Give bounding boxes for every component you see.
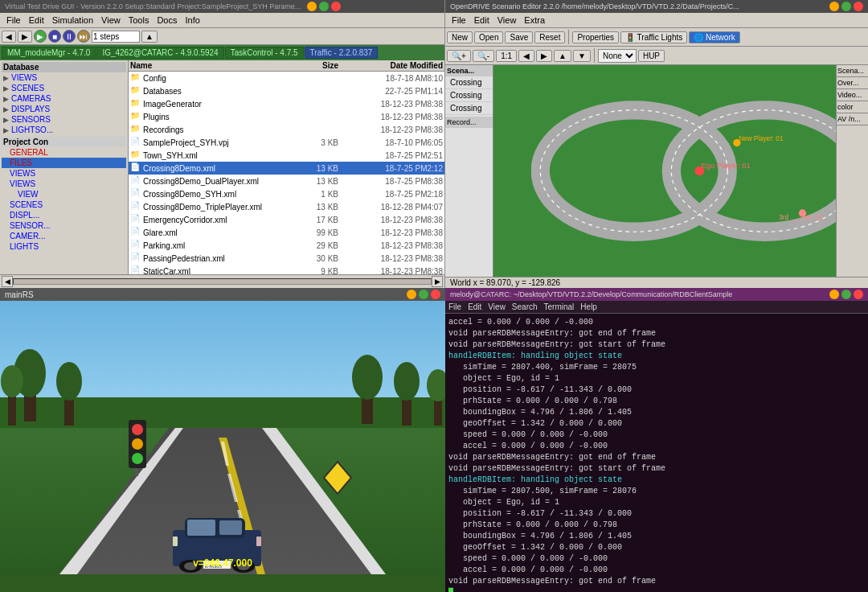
tree-displ[interactable]: DISPL...: [2, 210, 126, 220]
od-save-btn[interactable]: Save: [505, 31, 533, 43]
file-row[interactable]: 📁Plugins18-12-23 PM8:38: [129, 110, 444, 123]
file-row[interactable]: 📁Databases22-7-25 PM1:14: [129, 84, 444, 97]
pan-left-btn[interactable]: ◀: [518, 50, 534, 62]
tree-lights[interactable]: LIGHTS: [2, 241, 126, 252]
od-panel-item-1[interactable]: Scena...: [837, 65, 868, 77]
file-row[interactable]: 📄Glare.xml99 KB18-12-23 PM8:38: [129, 226, 444, 239]
tree-lightso[interactable]: ▶LIGHTSO...: [2, 125, 126, 135]
tree-cameras[interactable]: ▶CAMERAS: [2, 93, 126, 104]
vtd-play-btn[interactable]: ▶: [34, 30, 47, 43]
file-row[interactable]: 📄Crossing8Demo_DualPlayer.xml13 KB18-7-2…: [129, 175, 444, 187]
file-row[interactable]: 📄StaticCar.xml9 KB18-12-23 PM8:38: [129, 265, 444, 274]
od-close[interactable]: [854, 2, 863, 11]
od-menu-edit[interactable]: Edit: [471, 14, 493, 26]
vtd-menu-docs[interactable]: Docs: [154, 14, 180, 26]
vtd-menu-view[interactable]: View: [98, 14, 124, 26]
vtd-minimize[interactable]: [307, 2, 317, 11]
tree-views3[interactable]: VIEWS: [2, 179, 126, 189]
zoom-out-btn[interactable]: 🔍-: [473, 50, 494, 62]
od-toolbar: New Open Save Reset Properties 🚦 Traffic…: [445, 28, 868, 47]
vtd-maximize[interactable]: [319, 2, 329, 11]
file-row[interactable]: 📄Crossing8Demo_TriplePlayer.xml13 KB18-1…: [129, 200, 444, 213]
tree-camer[interactable]: CAMER...: [2, 231, 126, 241]
pan-right-btn[interactable]: ▶: [536, 50, 552, 62]
vtd-steps-up[interactable]: ▲: [141, 31, 158, 43]
tree-files[interactable]: FILES: [2, 158, 126, 168]
file-row[interactable]: 📁Config18-7-18 AM8:10: [129, 72, 444, 84]
od-trafficlights-btn[interactable]: 🚦 Traffic Lights: [620, 31, 687, 43]
file-row[interactable]: 📁Recordings18-12-23 PM8:38: [129, 123, 444, 136]
tree-sensor[interactable]: SENSOR...: [2, 220, 126, 231]
pan-down-btn[interactable]: ▼: [573, 50, 591, 62]
od-open-btn[interactable]: Open: [474, 31, 503, 43]
term-menu-help[interactable]: Help: [580, 302, 597, 311]
sim-maximize[interactable]: [419, 290, 428, 299]
vtd-menu-tools[interactable]: Tools: [125, 14, 153, 26]
file-row[interactable]: 📁ImageGenerator18-12-23 PM8:38: [129, 97, 444, 110]
scenario-item-2[interactable]: Crossing: [445, 89, 493, 102]
zoom-1-1-btn[interactable]: 1:1: [496, 50, 517, 62]
scroll-right[interactable]: ▶: [432, 276, 443, 287]
file-row[interactable]: 📄EmergencyCorridor.xml17 KB18-12-23 PM8:…: [129, 213, 444, 226]
vtd-menu-simulation[interactable]: Simulation: [49, 14, 96, 26]
od-maximize[interactable]: [841, 2, 851, 11]
file-row[interactable]: 📄SampleProject_SYH.vpj3 KB18-7-10 PM6:05: [129, 136, 444, 149]
scenario-item-1[interactable]: Crossing: [445, 76, 493, 89]
od-minimize[interactable]: [829, 2, 839, 11]
od-reset-btn[interactable]: Reset: [534, 31, 565, 43]
vtd-step-btn[interactable]: ⏭: [77, 30, 90, 43]
scenario-item-3[interactable]: Crossing: [445, 102, 493, 115]
term-menu-edit[interactable]: Edit: [468, 302, 481, 311]
term-menu-terminal[interactable]: Terminal: [544, 302, 575, 311]
od-panel-item-color[interactable]: color: [837, 101, 868, 113]
file-row[interactable]: 📁Town_SYH.xml18-7-25 PM2:51: [129, 149, 444, 162]
terminal-minimize[interactable]: [829, 290, 839, 299]
scroll-left[interactable]: ◀: [2, 276, 13, 287]
od-zoom-toolbar: 🔍+ 🔍- 1:1 ◀ ▶ ▲ ▼ None HUP: [445, 47, 868, 65]
sim-close[interactable]: [431, 290, 440, 299]
term-menu-search[interactable]: Search: [512, 302, 538, 311]
term-menu-view[interactable]: View: [488, 302, 506, 311]
vtd-close[interactable]: [331, 2, 341, 11]
vtd-menu-file[interactable]: File: [3, 14, 24, 26]
vtd-status-traffic: Traffic - 2.2.0.837: [305, 47, 379, 59]
od-panel-item-3[interactable]: Video...: [837, 89, 868, 101]
od-menu-file[interactable]: File: [448, 14, 469, 26]
vtd-fwd-btn[interactable]: ▶: [18, 31, 32, 43]
od-panel-item-av[interactable]: AV /n...: [837, 113, 868, 125]
od-network-btn[interactable]: 🌐 Network: [689, 31, 739, 43]
tree-view[interactable]: VIEW: [2, 189, 126, 199]
vtd-menu-edit[interactable]: Edit: [26, 14, 47, 26]
od-new-btn[interactable]: New: [447, 31, 473, 43]
file-row-crossing8[interactable]: 📄Crossing8Demo.xml13 KB18-7-25 PM2:12: [129, 162, 444, 175]
od-menu-extra[interactable]: Extra: [521, 14, 548, 26]
vtd-pause-btn[interactable]: ⏸: [63, 30, 76, 43]
hup-btn[interactable]: HUP: [638, 50, 665, 62]
tree-displays[interactable]: ▶DISPLAYS: [2, 104, 126, 114]
file-row[interactable]: 📄Crossing8Demo_SYH.xml1 KB18-7-25 PM2:18: [129, 187, 444, 200]
od-properties-btn[interactable]: Properties: [572, 31, 619, 43]
terminal-maximize[interactable]: [841, 290, 851, 299]
file-row[interactable]: 📄PassingPedestrian.xml30 KB18-12-23 PM8:…: [129, 252, 444, 265]
pan-up-btn[interactable]: ▲: [554, 50, 571, 62]
steps-input[interactable]: [92, 31, 140, 43]
tree-views2[interactable]: VIEWS: [2, 168, 126, 179]
tree-scenes2[interactable]: SCENES: [2, 199, 126, 210]
vtd-back-btn[interactable]: ◀: [2, 31, 16, 43]
terminal-body[interactable]: accel = 0.000 / 0.000 / -0.000 void pars…: [445, 314, 868, 592]
vtd-menu-info[interactable]: Info: [182, 14, 203, 26]
sim-minimize[interactable]: [407, 290, 416, 299]
terminal-close[interactable]: [854, 290, 863, 299]
zoom-in-btn[interactable]: 🔍+: [447, 50, 471, 62]
tree-sensors[interactable]: ▶SENSORS: [2, 114, 126, 125]
vtd-stop-btn[interactable]: ■: [48, 30, 61, 43]
od-menu-view[interactable]: View: [494, 14, 520, 26]
term-menu-file[interactable]: File: [448, 302, 461, 311]
file-row[interactable]: 📄Parking.xml29 KB18-12-23 PM8:38: [129, 239, 444, 252]
tree-views[interactable]: ▶VIEWS: [2, 72, 126, 83]
tree-general[interactable]: GENERAL: [2, 147, 126, 158]
od-canvas[interactable]: Ego Player: 01 New Player: 01 3rd ___lli…: [493, 65, 868, 277]
od-panel-item-2[interactable]: Over...: [837, 77, 868, 89]
none-dropdown[interactable]: None: [598, 49, 637, 63]
tree-scenes[interactable]: ▶SCENES: [2, 83, 126, 93]
